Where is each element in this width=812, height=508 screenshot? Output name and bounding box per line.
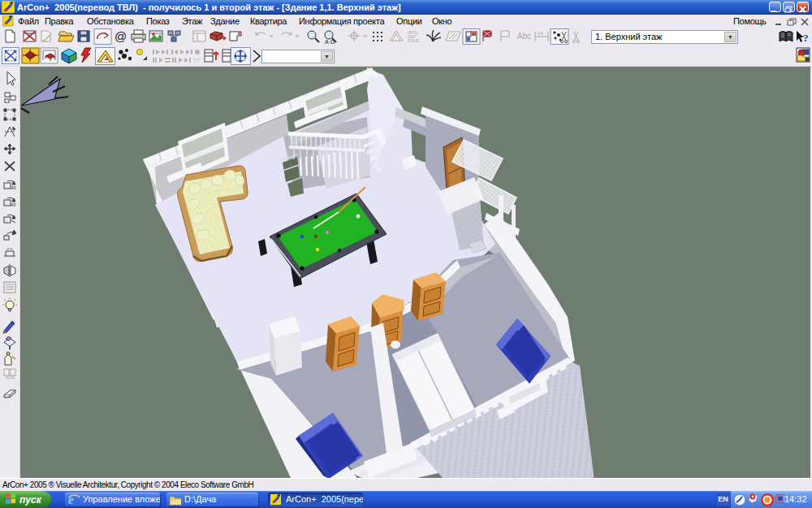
svg-text:@: @ [114, 29, 127, 43]
svg-text:A·Ω: A·Ω [325, 39, 335, 45]
svg-text:FOLIE: FOLIE [408, 38, 420, 43]
svg-text:14: 14 [538, 31, 543, 36]
svg-text:пуск: пуск [19, 494, 42, 506]
svg-text:??: ?? [193, 58, 200, 63]
svg-text:Abc: Abc [517, 32, 531, 41]
svg-text:a2c: a2c [6, 374, 15, 380]
svg-text:90: 90 [11, 185, 16, 190]
svg-text:?: ? [803, 32, 809, 44]
svg-text:45: 45 [11, 202, 16, 207]
